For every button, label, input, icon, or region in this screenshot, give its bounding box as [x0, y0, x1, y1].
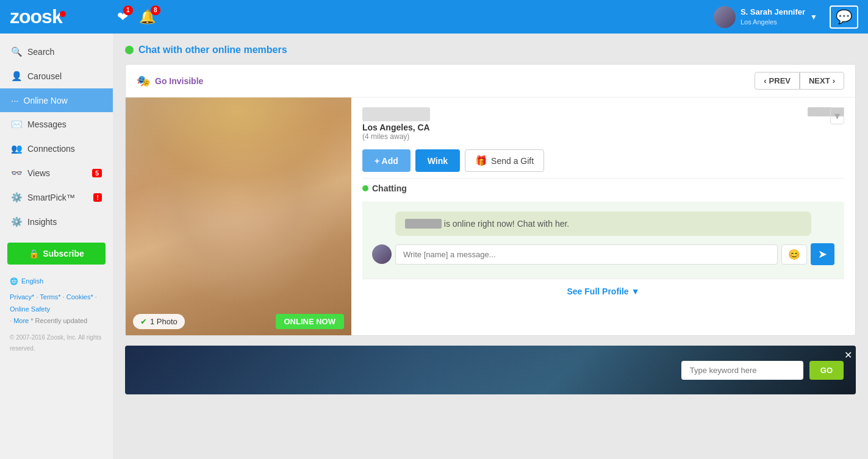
- card-header: 🎭 Go Invisible ‹ PREV NEXT ›: [126, 65, 855, 98]
- header: zoosk ❤ 1 🔔 8 S. Sarah Jennifer Los Ange…: [0, 0, 868, 34]
- see-full-profile-arrow: ▼: [631, 286, 640, 296]
- user-dropdown-arrow[interactable]: ▼: [810, 13, 817, 21]
- gift-icon: 🎁: [475, 155, 487, 166]
- main-layout: 🔍 Search 👤 Carousel ··· Online Now ✉️ Me…: [0, 34, 868, 459]
- chatting-label: Chatting: [372, 183, 407, 193]
- profile-area: ✔ 1 Photo ONLINE NOW Los Angeles, CA: [126, 98, 855, 335]
- sidebar-item-insights[interactable]: ⚙️ Insights: [0, 210, 113, 234]
- language-selector[interactable]: 🌐 English: [10, 276, 103, 288]
- sidebar-item-carousel[interactable]: 👤 Carousel: [0, 64, 113, 88]
- header-messages-icon[interactable]: 💬: [830, 5, 858, 29]
- smartpick-badge: !: [93, 193, 102, 202]
- language-label: English: [21, 276, 43, 288]
- sidebar-item-smartpick[interactable]: ⚙️ SmartPick™ !: [0, 185, 113, 210]
- section-header: Chat with other online members: [125, 44, 856, 55]
- ad-search-button[interactable]: GO: [809, 361, 844, 380]
- send-icon: ➤: [818, 248, 827, 260]
- sidebar-item-search[interactable]: 🔍 Search: [0, 40, 113, 64]
- sidebar-label-carousel: Carousel: [27, 71, 62, 81]
- prev-button[interactable]: ‹ PREV: [755, 72, 800, 90]
- logo[interactable]: zoosk: [10, 5, 68, 28]
- nav-buttons: ‹ PREV NEXT ›: [755, 72, 844, 90]
- chat-input[interactable]: [395, 244, 778, 265]
- copyright: © 2007-2016 Zoosk, Inc. All rights reser…: [10, 332, 103, 354]
- next-arrow: ›: [833, 76, 835, 85]
- online-safety-link[interactable]: Online Safety: [10, 305, 50, 313]
- send-gift-button[interactable]: 🎁 Send a Gift: [465, 149, 544, 172]
- next-button[interactable]: NEXT ›: [800, 72, 844, 90]
- subscribe-button[interactable]: 🔒 Subscribe: [7, 243, 106, 265]
- terms-link[interactable]: Terms*: [40, 293, 60, 301]
- section-title: Chat with other online members: [138, 44, 287, 55]
- user-location: Los Angeles: [741, 18, 805, 26]
- recently-updated: * Recently updated: [30, 317, 87, 324]
- profile-distance: (4 miles away): [362, 132, 430, 141]
- prev-arrow: ‹: [764, 76, 766, 85]
- next-label: NEXT: [809, 76, 830, 85]
- views-badge: 5: [92, 169, 102, 177]
- profile-info: Los Angeles, CA (4 miles away) ▾ + Add W…: [351, 98, 855, 335]
- photo-count-label: 1 Photo: [150, 317, 178, 326]
- photo-count-button[interactable]: ✔ 1 Photo: [133, 314, 185, 329]
- notifications-badge: 1: [123, 5, 133, 15]
- more-link[interactable]: More: [13, 317, 29, 324]
- sidebar-label-connections: Connections: [27, 144, 75, 154]
- go-invisible-label: Go Invisible: [155, 76, 203, 86]
- go-invisible-button[interactable]: 🎭 Go Invisible: [137, 74, 203, 88]
- sidebar: 🔍 Search 👤 Carousel ··· Online Now ✉️ Me…: [0, 34, 113, 459]
- notifications-button[interactable]: ❤ 1: [117, 9, 128, 25]
- user-info[interactable]: S. Sarah Jennifer Los Angeles ▼: [714, 6, 817, 28]
- chat-area: is online right now! Chat with her. 😊 ➤: [362, 202, 844, 279]
- action-buttons: + Add Wink 🎁 Send a Gift: [362, 149, 844, 172]
- profile-name: [362, 107, 430, 121]
- sidebar-item-connections[interactable]: 👥 Connections: [0, 137, 113, 161]
- see-full-profile-link[interactable]: See Full Profile ▼: [567, 286, 640, 296]
- check-icon: ✔: [140, 317, 147, 326]
- sidebar-item-views[interactable]: 👓 Views 5: [0, 161, 113, 185]
- privacy-link[interactable]: Privacy*: [10, 293, 34, 301]
- chat-bubble: is online right now! Chat with her.: [395, 212, 811, 236]
- online-indicator: [125, 46, 134, 54]
- send-button[interactable]: ➤: [811, 243, 834, 265]
- profile-dropdown-arrow[interactable]: ▾: [830, 107, 844, 124]
- sidebar-label-search: Search: [27, 47, 54, 57]
- photo-bottom-bar: ✔ 1 Photo ONLINE NOW: [126, 308, 351, 335]
- profile-name-block: Los Angeles, CA (4 miles away): [362, 107, 430, 141]
- chat-input-row: 😊 ➤: [372, 243, 834, 269]
- messages-icon: ✉️: [11, 119, 23, 130]
- ad-close-button[interactable]: ✕: [844, 349, 852, 361]
- logo-text: zoosk: [10, 5, 62, 27]
- ad-search-input[interactable]: [681, 361, 803, 380]
- prev-label: PREV: [769, 76, 791, 85]
- cookies-link[interactable]: Cookies*: [66, 293, 93, 301]
- photo-section: ✔ 1 Photo ONLINE NOW: [126, 98, 351, 335]
- chat-message: is online right now! Chat with her.: [444, 219, 569, 229]
- add-button[interactable]: + Add: [362, 149, 411, 172]
- profile-name-row: Los Angeles, CA (4 miles away): [362, 107, 844, 141]
- sidebar-label-views: Views: [27, 168, 50, 178]
- alerts-button[interactable]: 🔔 8: [139, 9, 156, 25]
- wink-button[interactable]: Wink: [415, 149, 460, 172]
- profile-photo[interactable]: ✔ 1 Photo ONLINE NOW: [126, 98, 351, 335]
- header-icons: ❤ 1 🔔 8: [117, 9, 156, 25]
- sidebar-item-messages[interactable]: ✉️ Messages: [0, 112, 113, 137]
- header-right: S. Sarah Jennifer Los Angeles ▼ 💬: [714, 5, 858, 29]
- subscribe-label: Subscribe: [43, 249, 84, 258]
- globe-icon: 🌐: [10, 276, 18, 288]
- lock-icon: 🔒: [29, 249, 39, 258]
- carousel-icon: 👤: [11, 71, 23, 82]
- emoji-button[interactable]: 😊: [781, 244, 807, 265]
- profile-card: 🎭 Go Invisible ‹ PREV NEXT ›: [125, 64, 856, 336]
- see-full-profile: See Full Profile ▼: [362, 279, 844, 304]
- logo-dot: [60, 11, 66, 17]
- content: Chat with other online members 🎭 Go Invi…: [113, 34, 868, 459]
- sidebar-label-insights: Insights: [27, 217, 57, 227]
- sidebar-item-online-now[interactable]: ··· Online Now: [0, 88, 113, 112]
- views-icon: 👓: [11, 168, 23, 179]
- chat-user-avatar: [372, 244, 392, 264]
- smartpick-icon: ⚙️: [11, 192, 23, 203]
- alerts-badge: 8: [151, 5, 160, 15]
- ad-banner: GO ✕: [125, 346, 856, 394]
- sidebar-label-smartpick: SmartPick™: [27, 193, 75, 202]
- online-now-badge: ONLINE NOW: [276, 314, 345, 329]
